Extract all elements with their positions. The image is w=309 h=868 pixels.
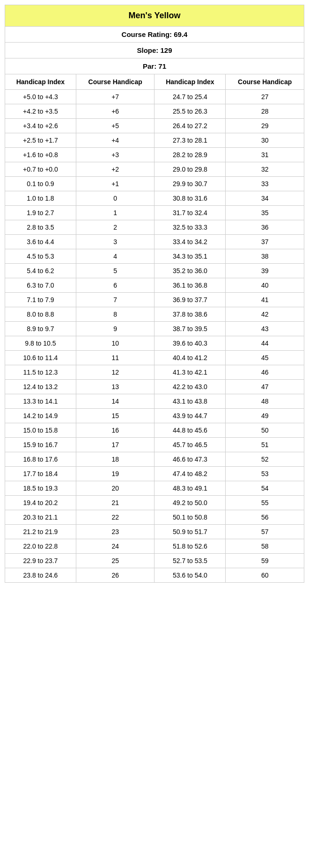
cell-r8-c2: 31.7 to 32.4: [154, 206, 226, 220]
cell-r8-c3: 35: [226, 206, 304, 220]
table-row: 6.3 to 7.0636.1 to 36.840: [5, 278, 304, 293]
cell-r13-c2: 36.1 to 36.8: [154, 278, 226, 293]
cell-r16-c1: 9: [76, 322, 154, 336]
cell-r2-c0: +3.4 to +2.6: [5, 119, 76, 133]
cell-r30-c0: 21.2 to 21.9: [5, 525, 76, 539]
cell-r11-c0: 4.5 to 5.3: [5, 249, 76, 264]
cell-r12-c2: 35.2 to 36.0: [154, 264, 226, 278]
cell-r8-c1: 1: [76, 206, 154, 220]
cell-r15-c3: 42: [226, 307, 304, 322]
cell-r19-c1: 12: [76, 365, 154, 380]
cell-r16-c0: 8.9 to 9.7: [5, 322, 76, 336]
cell-r12-c1: 5: [76, 264, 154, 278]
cell-r25-c1: 18: [76, 452, 154, 467]
table-row: 8.0 to 8.8837.8 to 38.642: [5, 307, 304, 322]
cell-r4-c0: +1.6 to +0.8: [5, 148, 76, 162]
table-row: 18.5 to 19.32048.3 to 49.154: [5, 481, 304, 496]
cell-r22-c2: 43.9 to 44.7: [154, 409, 226, 423]
cell-r20-c2: 42.2 to 43.0: [154, 380, 226, 394]
cell-r26-c0: 17.7 to 18.4: [5, 467, 76, 481]
table-row: 1.0 to 1.8030.8 to 31.634: [5, 191, 304, 206]
table-row: 4.5 to 5.3434.3 to 35.138: [5, 249, 304, 264]
cell-r6-c2: 29.9 to 30.7: [154, 177, 226, 191]
cell-r22-c0: 14.2 to 14.9: [5, 409, 76, 423]
cell-r22-c3: 49: [226, 409, 304, 423]
cell-r19-c2: 41.3 to 42.1: [154, 365, 226, 380]
cell-r9-c0: 2.8 to 3.5: [5, 220, 76, 235]
cell-r3-c1: +4: [76, 133, 154, 148]
cell-r14-c0: 7.1 to 7.9: [5, 293, 76, 307]
cell-r18-c3: 45: [226, 351, 304, 365]
cell-r9-c2: 32.5 to 33.3: [154, 220, 226, 235]
cell-r25-c0: 16.8 to 17.6: [5, 452, 76, 467]
cell-r5-c2: 29.0 to 29.8: [154, 162, 226, 177]
cell-r10-c3: 37: [226, 235, 304, 249]
cell-r32-c0: 22.9 to 23.7: [5, 554, 76, 568]
table-title: Men's Yellow: [5, 5, 304, 27]
cell-r17-c1: 10: [76, 336, 154, 351]
table-row: +0.7 to +0.0+229.0 to 29.832: [5, 162, 304, 177]
table-row: 0.1 to 0.9+129.9 to 30.733: [5, 177, 304, 191]
cell-r20-c1: 13: [76, 380, 154, 394]
cell-r14-c3: 41: [226, 293, 304, 307]
table-row: 3.6 to 4.4333.4 to 34.237: [5, 235, 304, 249]
cell-r28-c0: 19.4 to 20.2: [5, 496, 76, 510]
cell-r9-c3: 36: [226, 220, 304, 235]
cell-r17-c2: 39.6 to 40.3: [154, 336, 226, 351]
cell-r13-c1: 6: [76, 278, 154, 293]
cell-r15-c1: 8: [76, 307, 154, 322]
cell-r19-c0: 11.5 to 12.3: [5, 365, 76, 380]
table-row: 23.8 to 24.62653.6 to 54.060: [5, 568, 304, 583]
table-row: 17.7 to 18.41947.4 to 48.253: [5, 467, 304, 481]
cell-r12-c0: 5.4 to 6.2: [5, 264, 76, 278]
table-row: 16.8 to 17.61846.6 to 47.352: [5, 452, 304, 467]
table-row: 21.2 to 21.92350.9 to 51.757: [5, 525, 304, 539]
cell-r13-c3: 40: [226, 278, 304, 293]
cell-r17-c3: 44: [226, 336, 304, 351]
cell-r1-c3: 28: [226, 104, 304, 119]
cell-r6-c0: 0.1 to 0.9: [5, 177, 76, 191]
cell-r23-c2: 44.8 to 45.6: [154, 423, 226, 438]
cell-r31-c1: 24: [76, 539, 154, 554]
cell-r29-c2: 50.1 to 50.8: [154, 510, 226, 525]
par: Par: 71: [5, 58, 304, 74]
cell-r22-c1: 15: [76, 409, 154, 423]
cell-r27-c2: 48.3 to 49.1: [154, 481, 226, 496]
main-container: Men's Yellow Course Rating: 69.4 Slope: …: [0, 0, 309, 587]
cell-r1-c2: 25.5 to 26.3: [154, 104, 226, 119]
cell-r20-c0: 12.4 to 13.2: [5, 380, 76, 394]
cell-r11-c3: 38: [226, 249, 304, 264]
cell-r12-c3: 39: [226, 264, 304, 278]
cell-r26-c2: 47.4 to 48.2: [154, 467, 226, 481]
table-row: 22.0 to 22.82451.8 to 52.658: [5, 539, 304, 554]
cell-r7-c0: 1.0 to 1.8: [5, 191, 76, 206]
handicap-table: Men's Yellow Course Rating: 69.4 Slope: …: [5, 5, 304, 583]
table-row: 2.8 to 3.5232.5 to 33.336: [5, 220, 304, 235]
cell-r25-c3: 52: [226, 452, 304, 467]
cell-r31-c2: 51.8 to 52.6: [154, 539, 226, 554]
table-row: 20.3 to 21.12250.1 to 50.856: [5, 510, 304, 525]
cell-r32-c1: 25: [76, 554, 154, 568]
table-row: 13.3 to 14.11443.1 to 43.848: [5, 394, 304, 409]
cell-r10-c0: 3.6 to 4.4: [5, 235, 76, 249]
cell-r7-c1: 0: [76, 191, 154, 206]
cell-r0-c3: 27: [226, 90, 304, 104]
cell-r10-c1: 3: [76, 235, 154, 249]
col-header-handicap-index-2: Handicap Index: [154, 74, 226, 90]
cell-r2-c2: 26.4 to 27.2: [154, 119, 226, 133]
cell-r11-c1: 4: [76, 249, 154, 264]
cell-r18-c0: 10.6 to 11.4: [5, 351, 76, 365]
cell-r1-c1: +6: [76, 104, 154, 119]
table-row: 19.4 to 20.22149.2 to 50.055: [5, 496, 304, 510]
cell-r29-c0: 20.3 to 21.1: [5, 510, 76, 525]
cell-r4-c1: +3: [76, 148, 154, 162]
table-row: 14.2 to 14.91543.9 to 44.749: [5, 409, 304, 423]
table-row: 10.6 to 11.41140.4 to 41.245: [5, 351, 304, 365]
cell-r15-c2: 37.8 to 38.6: [154, 307, 226, 322]
cell-r11-c2: 34.3 to 35.1: [154, 249, 226, 264]
cell-r21-c1: 14: [76, 394, 154, 409]
cell-r21-c2: 43.1 to 43.8: [154, 394, 226, 409]
cell-r2-c3: 29: [226, 119, 304, 133]
cell-r9-c1: 2: [76, 220, 154, 235]
cell-r7-c2: 30.8 to 31.6: [154, 191, 226, 206]
